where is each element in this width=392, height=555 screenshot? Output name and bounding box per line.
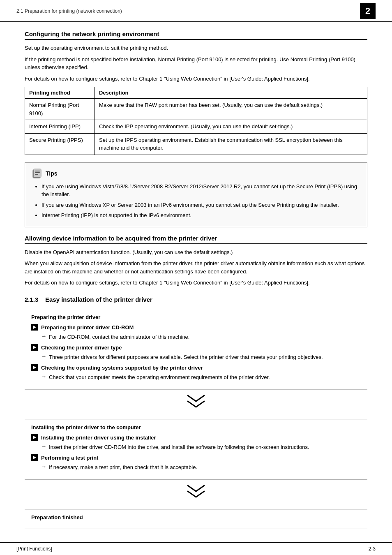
arrow-symbol: → bbox=[41, 463, 46, 469]
tips-item: If you are using Windows Vista/7/8/8.1/S… bbox=[42, 183, 360, 199]
desc-1: Make sure that the RAW port number has b… bbox=[95, 99, 367, 120]
table-row: Internet Printing (IPP) Check the IPP op… bbox=[25, 120, 367, 134]
bullet-triangle bbox=[33, 366, 36, 369]
bullet-triangle bbox=[33, 346, 36, 349]
bullet-triangle bbox=[33, 326, 36, 329]
step-desc: Three printer drivers for different purp… bbox=[49, 353, 323, 361]
step-arrow: → Check that your computer meets the ope… bbox=[41, 373, 361, 382]
down-chevron-icon-2 bbox=[186, 484, 206, 499]
step-label: Installing the printer driver using the … bbox=[41, 434, 156, 442]
table-row: Normal Printing (Port 9100) Make sure th… bbox=[25, 99, 367, 120]
bullet-triangle bbox=[33, 456, 36, 459]
allowing-title: Allowing device information to be acquir… bbox=[25, 235, 367, 244]
page: 2.1 Preparation for printing (network co… bbox=[0, 0, 392, 555]
step-bullet-icon bbox=[31, 434, 38, 441]
step-group-3: Preparation finished bbox=[25, 509, 367, 529]
svg-rect-2 bbox=[35, 171, 40, 171]
step-arrow: → For the CD-ROM, contact the administra… bbox=[41, 333, 361, 341]
step-label: Performing a test print bbox=[41, 454, 98, 462]
arrow-symbol: → bbox=[41, 373, 46, 379]
step-label: Checking the printer driver type bbox=[41, 344, 122, 352]
tips-label: Tips bbox=[46, 170, 58, 177]
step-item: Preparing the printer driver CD-ROM bbox=[31, 324, 361, 332]
table-col1-header: Printing method bbox=[25, 87, 95, 99]
step-item: Performing a test print bbox=[31, 454, 361, 462]
tips-icon bbox=[32, 168, 43, 179]
configuring-para2: If the printing method is not specified … bbox=[25, 56, 367, 72]
step-group-2: Installing the printer driver to the com… bbox=[25, 419, 367, 479]
step-group-1: Preparing the printer driver Preparing t… bbox=[25, 309, 367, 389]
step-desc: For the CD-ROM, contact the administrato… bbox=[49, 333, 189, 341]
allowing-para3: For details on how to configure settings… bbox=[25, 279, 367, 287]
configuring-title: Configuring the network printing environ… bbox=[25, 30, 367, 40]
step-bullet-icon bbox=[31, 344, 38, 351]
step-arrow: → If necessary, make a test print, then … bbox=[41, 463, 361, 472]
step-item: Installing the printer driver using the … bbox=[31, 434, 361, 442]
tips-box: Tips If you are using Windows Vista/7/8/… bbox=[25, 162, 367, 227]
allowing-para1: Disable the OpenAPI authentication funct… bbox=[25, 248, 367, 257]
printing-method-table: Printing method Description Normal Print… bbox=[25, 87, 367, 155]
step-arrow: → Three printer drivers for different pu… bbox=[41, 353, 361, 361]
main-content: Configuring the network printing environ… bbox=[0, 22, 392, 542]
page-footer: [Print Functions] 2-3 bbox=[0, 542, 392, 555]
tips-item: If you are using Windows XP or Server 20… bbox=[42, 201, 360, 209]
down-arrow-divider-1 bbox=[25, 389, 367, 413]
table-col2-header: Description bbox=[95, 87, 367, 99]
method-1: Normal Printing (Port 9100) bbox=[25, 99, 95, 120]
breadcrumb: 2.1 Preparation for printing (network co… bbox=[16, 8, 122, 14]
tips-header: Tips bbox=[32, 168, 360, 179]
tips-svg-icon bbox=[32, 168, 43, 179]
step-bullet-icon bbox=[31, 364, 38, 371]
subsection-213-header: 2.1.3 Easy installation of the printer d… bbox=[25, 296, 367, 303]
configuring-para3: For details on how to configure settings… bbox=[25, 75, 367, 83]
table-row: Secure Printing (IPPS) Set up the IPPS o… bbox=[25, 133, 367, 155]
down-chevron-icon bbox=[186, 394, 206, 409]
step-item: Checking the printer driver type bbox=[31, 344, 361, 352]
svg-rect-3 bbox=[35, 172, 40, 173]
arrow-symbol: → bbox=[41, 443, 46, 449]
step-group-1-title: Preparing the printer driver bbox=[31, 314, 361, 320]
step-desc: If necessary, make a test print, then ch… bbox=[49, 463, 197, 472]
subsection-num: 2.1.3 bbox=[25, 296, 40, 303]
desc-2: Check the IPP operating environment. (Us… bbox=[95, 120, 367, 134]
svg-rect-4 bbox=[35, 174, 38, 175]
step-desc: Check that your computer meets the opera… bbox=[49, 373, 270, 382]
configuring-para1: Set up the operating environment to suit… bbox=[25, 44, 367, 52]
step-group-3-title: Preparation finished bbox=[31, 514, 361, 520]
step-bullet-icon bbox=[31, 324, 38, 331]
arrow-symbol: → bbox=[41, 333, 46, 339]
page-header: 2.1 Preparation for printing (network co… bbox=[0, 0, 392, 22]
down-arrow-divider-2 bbox=[25, 479, 367, 503]
step-item: Checking the operating systems supported… bbox=[31, 364, 361, 372]
tips-list: If you are using Windows Vista/7/8/8.1/S… bbox=[32, 183, 360, 220]
step-desc: Insert the printer driver CD-ROM into th… bbox=[49, 443, 309, 451]
chapter-number: 2 bbox=[360, 3, 376, 19]
allowing-para2: When you allow acquisition of device inf… bbox=[25, 259, 367, 275]
desc-3: Set up the IPPS operating environment. E… bbox=[95, 133, 367, 155]
footer-left: [Print Functions] bbox=[16, 546, 52, 552]
step-label: Checking the operating systems supported… bbox=[41, 364, 203, 372]
method-2: Internet Printing (IPP) bbox=[25, 120, 95, 134]
subsection-title: Easy installation of the printer driver bbox=[45, 296, 152, 303]
step-bullet-icon bbox=[31, 454, 38, 461]
footer-right: 2-3 bbox=[369, 546, 376, 552]
step-label: Preparing the printer driver CD-ROM bbox=[41, 324, 134, 332]
bullet-triangle bbox=[33, 436, 36, 439]
tips-item: Internet Printing (IPP) is not supported… bbox=[42, 211, 360, 220]
method-3: Secure Printing (IPPS) bbox=[25, 133, 95, 155]
step-group-2-title: Installing the printer driver to the com… bbox=[31, 424, 361, 430]
step-arrow: → Insert the printer driver CD-ROM into … bbox=[41, 443, 361, 451]
arrow-symbol: → bbox=[41, 353, 46, 359]
